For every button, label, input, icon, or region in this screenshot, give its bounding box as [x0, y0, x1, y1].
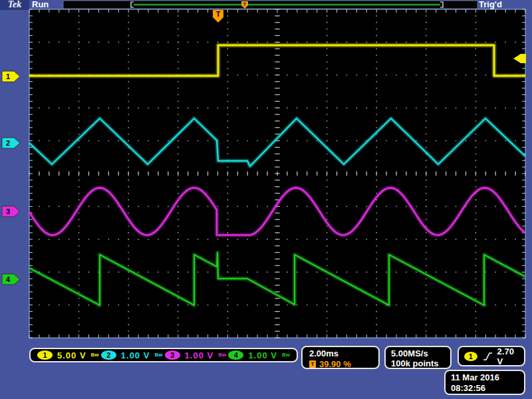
trigger-level-value: 2.70 V [497, 346, 519, 366]
ch4-ground-marker[interactable] [2, 274, 20, 285]
ch3-badge[interactable]: 3 [165, 350, 180, 360]
ch2-scale: 1.00 V [121, 350, 150, 360]
ch1-badge-label: 1 [43, 351, 47, 359]
ch3-ground-marker[interactable] [2, 206, 20, 217]
tek-logo: Tek [0, 0, 29, 10]
ch1-scale: 5.00 V [57, 350, 86, 360]
ch3-ground-marker-label: 3 [6, 207, 10, 215]
ch4-ground-marker-label: 4 [6, 275, 11, 283]
record-length-value: 100k points [391, 358, 450, 368]
trigger-source-badge: 1 [464, 352, 477, 361]
record-trigger-marker-label: T [243, 2, 247, 7]
ch2-badge[interactable]: 2 [101, 350, 116, 360]
channel-readout-bar: 1 5.00 V Bw 2 1.00 V Bw 3 1.00 V Bw 4 1.… [29, 348, 298, 362]
ch1-ground-marker[interactable] [2, 71, 20, 82]
acquisition-readout[interactable]: 5.00MS/s 100k points [384, 346, 452, 369]
horizontal-readout[interactable]: 2.00ms T 39.90 % [301, 346, 380, 369]
ch4-badge-label: 4 [234, 351, 238, 359]
oscilloscope-screen: 1234TT Tek Run Trig'd 1 5.00 V Bw 2 1.00… [0, 0, 532, 399]
trigger-readout[interactable]: 1 2.70 V [458, 346, 525, 366]
datetime-box: 11 Mar 2016 08:32:56 [444, 370, 525, 395]
ch3-badge-label: 3 [170, 351, 174, 359]
rising-edge-icon [483, 352, 492, 361]
ch1-badge[interactable]: 1 [37, 350, 53, 360]
ch4-scale: 1.00 V [248, 350, 277, 360]
ch2-readout[interactable]: 2 1.00 V Bw [101, 350, 163, 360]
trigger-position-value: 39.90 % [319, 359, 351, 369]
ch4-readout[interactable]: 4 1.00 V Bw [228, 350, 290, 360]
ch1-bandwidth-icon: Bw [91, 352, 99, 358]
ch2-ground-marker-label: 2 [6, 139, 10, 147]
ch3-readout[interactable]: 3 1.00 V Bw [165, 350, 227, 360]
time-value: 08:32:56 [451, 383, 524, 394]
trigger-status: Trig'd [479, 0, 502, 9]
ch3-bandwidth-icon: Bw [218, 352, 226, 358]
trigger-source-label: 1 [469, 352, 473, 360]
scope-display: 1234TT [0, 0, 532, 399]
timebase-value: 2.00ms [309, 348, 378, 358]
ch1-readout[interactable]: 1 5.00 V Bw [37, 350, 99, 360]
trigger-position-marker-label: T [216, 10, 221, 18]
ch3-scale: 1.00 V [185, 350, 214, 360]
sample-rate-value: 5.00MS/s [391, 348, 450, 358]
ch2-bandwidth-icon: Bw [154, 352, 162, 358]
ch1-ground-marker-label: 1 [6, 72, 10, 80]
acquisition-status: Run [32, 0, 49, 9]
ch2-ground-marker[interactable] [2, 138, 20, 148]
date-value: 11 Mar 2016 [451, 372, 524, 383]
ch2-badge-label: 2 [106, 351, 110, 359]
ch4-bandwidth-icon: Bw [282, 352, 290, 358]
ch4-badge[interactable]: 4 [228, 350, 243, 360]
trigger-position-icon: T [309, 360, 316, 368]
